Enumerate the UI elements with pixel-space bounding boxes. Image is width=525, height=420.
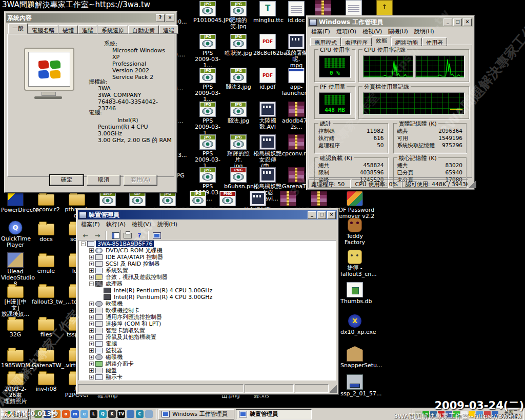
menu-item[interactable]: 檢視(V) bbox=[362, 28, 382, 35]
taskbar-button[interactable]: Windows 工作管理員 bbox=[158, 409, 234, 419]
forward-icon[interactable]: → bbox=[92, 230, 103, 241]
desktop-icon[interactable]: JPGPPS 2009-03-1... bbox=[193, 34, 222, 69]
tree-expand-icon[interactable]: − bbox=[81, 242, 86, 246]
desktop-icon[interactable]: cpconv.r2 bbox=[32, 191, 60, 213]
desktop-icon[interactable]: 32G bbox=[1, 316, 30, 338]
desktop-icon[interactable]: 松島楓妖艷 女忍傳(中... bbox=[253, 134, 282, 169]
show-console-tree-icon[interactable] bbox=[110, 230, 121, 241]
desktop-icon[interactable]: JPG賤法.jpg bbox=[224, 102, 253, 124]
menu-item[interactable]: 檔案(F) bbox=[311, 28, 330, 35]
resize-grip[interactable] bbox=[469, 179, 476, 188]
tree-expand-icon[interactable]: − bbox=[89, 282, 94, 286]
tree-expand-icon[interactable]: + bbox=[89, 368, 94, 373]
tree-expand-icon[interactable]: + bbox=[89, 255, 94, 259]
tree-expand-icon[interactable]: + bbox=[89, 248, 94, 253]
tray-icon[interactable] bbox=[492, 411, 498, 417]
tree-expand-icon[interactable]: + bbox=[89, 322, 94, 326]
help-icon[interactable]: ? bbox=[156, 14, 165, 22]
desktop-icon[interactable]: PNGb6uhsn.png bbox=[224, 167, 253, 190]
close-icon[interactable]: × bbox=[166, 14, 174, 22]
menu-item[interactable]: 檔案(F) bbox=[81, 221, 100, 228]
taskbar-button[interactable]: 裝置管理員 bbox=[236, 409, 312, 419]
tab-系統還原[interactable]: 系統還原 bbox=[97, 25, 128, 34]
tree-expand-icon[interactable]: + bbox=[89, 315, 94, 319]
desktop-icon[interactable]: fallout3_tw_... bbox=[32, 283, 60, 305]
back-icon[interactable]: ← bbox=[80, 230, 91, 241]
quicklaunch-icon[interactable]: Q bbox=[99, 410, 107, 418]
tray-icon[interactable] bbox=[461, 411, 468, 417]
tab-硬體[interactable]: 硬體 bbox=[58, 25, 78, 34]
maximize-icon[interactable]: □ bbox=[317, 211, 326, 219]
menu-item[interactable]: 說明(H) bbox=[414, 28, 434, 35]
tray-icon[interactable] bbox=[469, 411, 475, 417]
desktop-icon[interactable]: 2009-2-26處 理蘋照片 bbox=[1, 370, 30, 405]
desktop-icon[interactable]: Thumbs.db bbox=[340, 282, 369, 305]
tree-expand-icon[interactable]: + bbox=[89, 362, 94, 366]
tree-expand-icon[interactable]: + bbox=[89, 342, 94, 346]
tree-expand-icon[interactable]: + bbox=[89, 328, 94, 333]
desktop-icon[interactable]: JPG輝輝的照片. jpg bbox=[224, 134, 253, 169]
desktop-icon[interactable]: QuickTime Player bbox=[1, 221, 30, 248]
tab-一般[interactable]: 一般 bbox=[8, 23, 28, 34]
close-icon[interactable]: × bbox=[463, 18, 472, 26]
system-properties-titlebar[interactable]: 系統內容 ? × bbox=[6, 13, 175, 23]
desktop-icon[interactable]: JPGPPS 2009-03-1... bbox=[193, 134, 222, 169]
menu-item[interactable]: 執行(A) bbox=[106, 221, 126, 228]
tree-item[interactable]: Intel(R) Pentium(R) 4 CPU 3.00GHz bbox=[79, 287, 336, 294]
menu-item[interactable]: 關機(U) bbox=[388, 28, 408, 35]
desktop-icon[interactable]: 1985WDM_... bbox=[1, 347, 30, 369]
desktop-icon[interactable]: PDF Password Remover v2.2 bbox=[333, 191, 377, 219]
tree-expand-icon[interactable]: + bbox=[89, 262, 94, 266]
desktop-icon[interactable]: emule bbox=[32, 252, 60, 274]
desktop-icon[interactable]: Teddy Factory bbox=[340, 218, 369, 246]
device-manager-titlebar[interactable]: 裝置管理員 _ □ × bbox=[78, 210, 337, 219]
desktop-icon[interactable] bbox=[339, 0, 368, 15]
desktop-icon[interactable]: inv-h08 bbox=[32, 370, 60, 392]
tab-自動更新[interactable]: 自動更新 bbox=[128, 25, 159, 34]
tree-expand-icon[interactable]: + bbox=[89, 268, 94, 273]
desktop-icon[interactable]: 28c8ef62ba3... bbox=[253, 34, 282, 56]
quicklaunch-icon[interactable] bbox=[44, 410, 51, 418]
tray-icon[interactable] bbox=[453, 411, 460, 417]
quicklaunch-icon[interactable] bbox=[34, 410, 42, 418]
ok-button[interactable]: 確定 bbox=[50, 175, 84, 186]
tray-icon[interactable] bbox=[422, 411, 429, 417]
desktop-icon[interactable]: PowerDirector bbox=[1, 191, 30, 213]
desktop-icon[interactable]: SnapperSetu... bbox=[340, 346, 369, 369]
cancel-button[interactable]: 取消 bbox=[87, 175, 120, 186]
quicklaunch-icon[interactable]: K bbox=[108, 410, 116, 418]
quicklaunch-icon[interactable]: TV bbox=[117, 410, 125, 418]
desktop-icon[interactable]: id.pdf bbox=[253, 68, 282, 90]
tree-expand-icon[interactable]: + bbox=[89, 302, 94, 306]
tray-icon[interactable] bbox=[415, 411, 421, 417]
desktop-icon[interactable] bbox=[370, 0, 399, 15]
menu-item[interactable]: 選項(O) bbox=[336, 28, 356, 35]
desktop-icon[interactable]: dx10_xp.exe bbox=[340, 314, 369, 335]
tree-item[interactable]: −處理器 bbox=[79, 281, 336, 287]
desktop-icon[interactable]: GarenaTW_... bbox=[32, 347, 60, 369]
quicklaunch-icon[interactable]: f bbox=[53, 410, 60, 418]
resize-grip[interactable] bbox=[330, 384, 337, 393]
tab-效能[interactable]: 效能 bbox=[372, 35, 391, 46]
print-icon[interactable] bbox=[123, 230, 133, 241]
computer-properties-icon[interactable] bbox=[152, 230, 162, 241]
help-icon[interactable]: ? bbox=[134, 230, 145, 241]
close-icon[interactable]: × bbox=[327, 211, 336, 219]
maximize-icon[interactable]: □ bbox=[453, 18, 462, 26]
desktop-icon[interactable]: JPGPPS 2009-03-1... bbox=[193, 102, 222, 136]
desktop-icon[interactable]: JPG賤法3.jpg bbox=[224, 68, 253, 90]
taskbar-clock[interactable]: 星期二 09/03/24 bbox=[499, 410, 521, 419]
desktop-icon[interactable]: ssp_2_01_57... bbox=[340, 374, 369, 397]
desktop-icon[interactable]: [H漫][中文] 放課後奴... bbox=[1, 283, 30, 317]
desktop-icon[interactable]: JPGP1010045.JPG bbox=[193, 1, 222, 24]
tray-icon[interactable] bbox=[438, 411, 445, 417]
desktop-icon[interactable]: JPG啥狀況.jpg bbox=[224, 34, 253, 56]
desktop-icon[interactable] bbox=[309, 0, 337, 15]
tree-item[interactable]: +顯示卡 bbox=[79, 374, 336, 381]
desktop-icon[interactable]: mingliu.ttc bbox=[253, 1, 282, 24]
tree-expand-icon[interactable]: + bbox=[89, 355, 94, 359]
quicklaunch-icon[interactable] bbox=[127, 410, 134, 418]
quicklaunch-icon[interactable]: e bbox=[80, 410, 88, 418]
quicklaunch-icon[interactable] bbox=[145, 410, 153, 418]
start-button[interactable]: 開始 bbox=[1, 409, 29, 420]
